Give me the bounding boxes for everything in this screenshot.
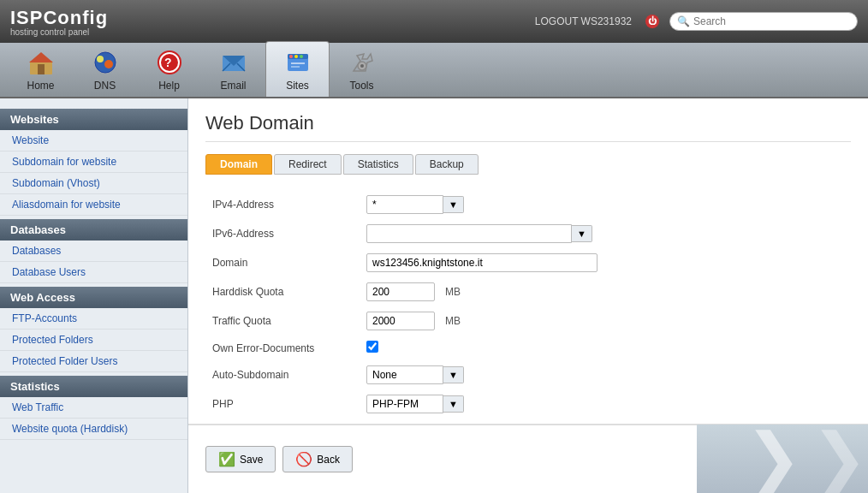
navbar: Home DNS ? Help	[0, 43, 868, 98]
php-input[interactable]	[366, 395, 443, 413]
svg-point-4	[97, 56, 104, 62]
row-ipv6: IPv6-Address ▼	[205, 219, 851, 248]
tab-domain[interactable]: Domain	[205, 154, 272, 175]
sites-icon	[282, 47, 313, 78]
sidebar-item-protected-folder-users[interactable]: Protected Folder Users	[0, 351, 187, 372]
nav-item-sites[interactable]: Sites	[265, 41, 330, 97]
traffic-quota-input[interactable]	[366, 312, 435, 330]
ipv4-input[interactable]	[366, 195, 443, 214]
nav-item-help[interactable]: ? Help	[137, 42, 201, 97]
sidebar-item-aliasdomain[interactable]: Aliasdomain for website	[0, 194, 187, 216]
arrow-right-icon: ❯	[745, 425, 802, 493]
ipv4-dropdown-btn[interactable]: ▼	[443, 196, 464, 213]
tab-statistics[interactable]: Statistics	[343, 154, 413, 175]
svg-marker-1	[29, 52, 53, 62]
svg-point-16	[294, 55, 298, 58]
row-domain: Domain	[205, 248, 851, 277]
tools-icon	[347, 47, 378, 78]
domain-input[interactable]	[366, 253, 597, 272]
back-button[interactable]: 🚫 Back	[282, 446, 353, 472]
save-button[interactable]: ✅ Save	[205, 446, 276, 472]
traffic-quota-unit: MB	[445, 315, 461, 327]
sidebar-item-databases[interactable]: Databases	[0, 241, 187, 262]
label-ipv6: IPv6-Address	[205, 219, 360, 248]
sidebar-item-subdomain-vhost[interactable]: Subdomain (Vhost)	[0, 173, 187, 194]
content-scroll: Web Domain Domain Redirect Statistics Ba…	[188, 98, 868, 424]
logout-text: LOGOUT WS231932	[535, 15, 632, 27]
tab-backup[interactable]: Backup	[415, 154, 479, 175]
nav-label-sites: Sites	[286, 80, 309, 92]
logo-area: ISPConfig hosting control panel	[10, 7, 108, 37]
traffic-quota-wrapper: MB	[366, 312, 844, 330]
header-right: LOGOUT WS231932 ⏻ 🔍	[535, 12, 858, 31]
sidebar-section-websites: Websites	[0, 109, 187, 130]
row-own-error-docs: Own Error-Documents	[205, 336, 851, 360]
sidebar-section-statistics: Statistics	[0, 376, 187, 397]
svg-point-17	[300, 55, 303, 58]
dns-icon	[90, 47, 121, 78]
label-traffic-quota: Traffic Quota	[205, 306, 360, 336]
app-subtitle: hosting control panel	[10, 27, 108, 37]
row-ipv4: IPv4-Address ▼	[205, 190, 851, 219]
svg-text:?: ?	[164, 56, 172, 69]
php-wrapper: ▼	[366, 395, 844, 413]
label-own-error-docs: Own Error-Documents	[205, 336, 360, 360]
label-auto-subdomain: Auto-Subdomain	[205, 360, 360, 389]
sidebar-item-subdomain-website[interactable]: Subdomain for website	[0, 151, 187, 173]
harddisk-quota-wrapper: MB	[366, 282, 844, 301]
label-domain: Domain	[205, 248, 360, 277]
svg-rect-2	[38, 64, 45, 74]
ipv6-dropdown-btn[interactable]: ▼	[572, 225, 592, 242]
email-icon	[218, 47, 249, 78]
sidebar-item-website-quota[interactable]: Website quota (Harddisk)	[0, 419, 187, 440]
sidebar-item-ftp-accounts[interactable]: FTP-Accounts	[0, 308, 187, 330]
footer-area: ✅ Save 🚫 Back ❯ ❯	[188, 424, 868, 493]
nav-item-dns[interactable]: DNS	[73, 42, 137, 97]
row-auto-subdomain: Auto-Subdomain ▼	[205, 360, 851, 389]
page-title: Web Domain	[205, 112, 851, 142]
harddisk-quota-unit: MB	[445, 286, 461, 298]
sidebar-item-web-traffic[interactable]: Web Traffic	[0, 397, 187, 419]
nav-label-home: Home	[27, 80, 54, 92]
search-icon: 🔍	[677, 15, 690, 27]
nav-label-help: Help	[158, 80, 180, 92]
sidebar-section-web-access: Web Access	[0, 287, 187, 308]
sidebar-item-website[interactable]: Website	[0, 130, 187, 151]
nav-item-home[interactable]: Home	[9, 42, 73, 97]
footer-buttons: ✅ Save 🚫 Back	[188, 425, 697, 493]
sidebar-item-protected-folders[interactable]: Protected Folders	[0, 330, 187, 351]
svg-rect-18	[291, 62, 305, 64]
harddisk-quota-input[interactable]	[366, 282, 435, 301]
auto-subdomain-dropdown-btn[interactable]: ▼	[443, 366, 464, 383]
nav-item-email[interactable]: Email	[201, 42, 265, 97]
back-label: Back	[317, 454, 340, 466]
arrow-right-icon-2: ❯	[811, 425, 868, 493]
logout-icon[interactable]: ⏻	[645, 15, 659, 28]
row-harddisk-quota: Harddisk Quota MB	[205, 277, 851, 306]
arrow-decoration: ❯ ❯	[697, 425, 868, 493]
label-php: PHP	[205, 389, 360, 419]
own-error-docs-checkbox[interactable]	[366, 341, 378, 353]
nav-item-tools[interactable]: Tools	[330, 42, 394, 97]
header: ISPConfig hosting control panel LOGOUT W…	[0, 0, 868, 43]
nav-label-dns: DNS	[94, 80, 116, 92]
auto-subdomain-input[interactable]	[366, 365, 443, 384]
tab-redirect[interactable]: Redirect	[274, 154, 342, 175]
nav-label-email: Email	[220, 80, 246, 92]
sidebar: Websites Website Subdomain for website S…	[0, 98, 188, 493]
save-label: Save	[240, 454, 263, 466]
label-harddisk-quota: Harddisk Quota	[205, 277, 360, 306]
row-php: PHP ▼	[205, 389, 851, 419]
save-icon: ✅	[218, 451, 235, 467]
nav-label-tools: Tools	[349, 80, 373, 92]
row-traffic-quota: Traffic Quota MB	[205, 306, 851, 336]
content-inner: Web Domain Domain Redirect Statistics Ba…	[188, 98, 868, 493]
php-dropdown-btn[interactable]: ▼	[443, 395, 464, 413]
search-box: 🔍	[669, 12, 858, 31]
label-ipv4: IPv4-Address	[205, 190, 360, 219]
ipv6-input[interactable]	[366, 224, 572, 243]
home-icon	[26, 47, 56, 78]
sidebar-item-database-users[interactable]: Database Users	[0, 262, 187, 283]
search-input[interactable]	[693, 15, 847, 27]
ipv4-field-wrapper: ▼	[366, 195, 844, 214]
